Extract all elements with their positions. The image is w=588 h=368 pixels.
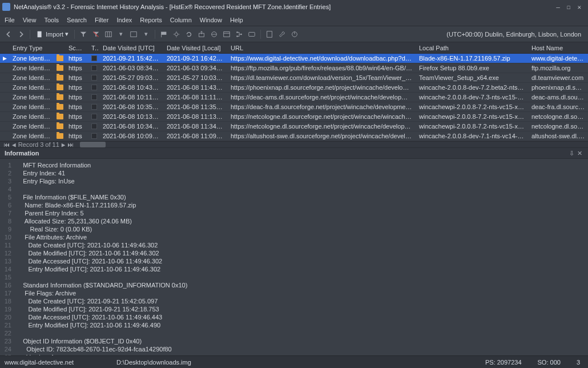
header-scheme[interactable]: Scheme xyxy=(65,45,88,51)
table-row[interactable]: Zone Identifierhttps2021-06-08 10:09:23.… xyxy=(0,131,588,141)
table-row[interactable]: Zone Identifierhttps2021-06-08 10:43:29.… xyxy=(0,83,588,93)
table-row[interactable]: Zone Identifierhttps2021-06-08 10:11:35.… xyxy=(0,93,588,102)
flag-icon[interactable] xyxy=(159,29,169,39)
header-local-path[interactable]: Local Path xyxy=(416,45,528,51)
status-count: 3 xyxy=(573,359,583,366)
tree-icon[interactable] xyxy=(234,29,244,39)
separator xyxy=(74,30,75,39)
menu-column[interactable]: Column xyxy=(170,17,192,23)
cell-scheme: https xyxy=(65,65,88,71)
close-button[interactable]: ✕ xyxy=(577,3,581,11)
hscroll-track[interactable] xyxy=(80,142,588,147)
info-text[interactable]: MFT Record Information Entry Index: 41 E… xyxy=(16,161,588,353)
back-button[interactable] xyxy=(3,29,14,39)
menu-search[interactable]: Search xyxy=(67,17,87,23)
header-date-local[interactable]: Date Visited [Local] xyxy=(163,45,227,51)
maximize-button[interactable]: ☐ xyxy=(567,3,571,11)
info-panel-header: Information ⇩ ✕ xyxy=(0,147,588,159)
cell-date-local: 2021-06-08 11:34:18.444 xyxy=(163,123,227,130)
wrench-icon[interactable] xyxy=(277,29,287,39)
menu-filter[interactable]: Filter xyxy=(95,17,108,23)
cell-url: https://deac-fra.dl.sourceforge.net/proj… xyxy=(227,103,416,110)
cell-host: dl.teamviewer.com xyxy=(528,74,588,81)
menu-reports[interactable]: Reports xyxy=(140,17,162,23)
separator xyxy=(155,30,155,39)
menu-help[interactable]: Help xyxy=(230,17,243,23)
cell-url: https://ftp.mozilla.org/pub/firefox/rele… xyxy=(227,65,416,71)
window-icon[interactable] xyxy=(221,29,232,39)
folder-icon xyxy=(55,104,65,110)
clear-filter-icon[interactable] xyxy=(91,29,101,39)
cell-date-utc: 2021-06-03 08:34:23.145 xyxy=(99,65,163,71)
card-icon[interactable] xyxy=(247,29,257,39)
forward-button[interactable] xyxy=(16,29,26,39)
folder-icon xyxy=(55,94,65,100)
cell-url: https://netcologne.dl.sourceforge.net/pr… xyxy=(227,123,416,130)
column-icon[interactable] xyxy=(103,29,114,39)
cell-host: deac-fra.dl.sourceforge… xyxy=(528,103,588,110)
pin-icon[interactable]: ⇩ xyxy=(567,150,575,157)
grid1-icon[interactable] xyxy=(128,29,139,39)
info-panel-body[interactable]: 1 2 3 4 5 6 7 8 9 10 11 12 13 14 15 16 1… xyxy=(0,159,588,355)
cell-tag[interactable] xyxy=(88,133,99,139)
close-panel-icon[interactable]: ✕ xyxy=(575,150,583,157)
cell-date-local: 2021-05-27 10:03:04.223 xyxy=(163,74,227,81)
table-row[interactable]: Zone Identifierhttps2021-06-08 10:13:38.… xyxy=(0,112,588,122)
grid-header: Entry Type Scheme Tag Date Visited [UTC]… xyxy=(0,42,588,54)
menu-tools[interactable]: Tools xyxy=(44,17,59,23)
script-icon[interactable] xyxy=(264,29,275,39)
cell-host: netcologne.dl.sourcefor… xyxy=(528,123,588,130)
table-row[interactable]: Zone Identifierhttps2021-06-08 10:35:00.… xyxy=(0,102,588,112)
svg-rect-6 xyxy=(162,31,167,34)
cell-tag[interactable] xyxy=(88,104,99,110)
grid-rows: ▶Zone Identifierhttps2021-09-21 15:42:05… xyxy=(0,54,588,141)
menu-file[interactable]: File xyxy=(5,17,15,23)
filter-icon[interactable] xyxy=(78,29,88,39)
cell-host: phoenixnap.dl.sourcefor… xyxy=(528,84,588,91)
export-icon[interactable] xyxy=(196,29,207,39)
cell-date-utc: 2021-06-08 10:11:35.635 xyxy=(99,94,163,101)
timezone-label[interactable]: (UTC+00:00) Dublin, Edinburgh, Lisbon, L… xyxy=(446,31,585,38)
table-row[interactable]: ▶Zone Identifierhttps2021-09-21 15:42:05… xyxy=(0,54,588,63)
header-url[interactable]: URL xyxy=(227,45,416,51)
table-row[interactable]: Zone Identifierhttps2021-06-08 10:34:18.… xyxy=(0,122,588,131)
cell-tag[interactable] xyxy=(88,85,99,90)
cell-scheme: https xyxy=(65,123,88,130)
menu-window[interactable]: Window xyxy=(200,17,222,23)
svg-rect-2 xyxy=(106,31,112,37)
grid-footer: ⏮ ◀ Record 3 of 11 ▶ ⏭ xyxy=(0,141,588,147)
minimize-button[interactable]: ― xyxy=(556,3,560,11)
cell-url: https://dl.teamviewer.com/download/versi… xyxy=(227,74,416,81)
table-row[interactable]: Zone Identifierhttps2021-05-27 09:03:04.… xyxy=(0,73,588,83)
cell-tag[interactable] xyxy=(88,65,99,71)
record-navigator[interactable]: ⏮ ◀ Record 3 of 11 ▶ ⏭ xyxy=(0,142,80,147)
header-host[interactable]: Host Name xyxy=(528,45,588,51)
folder-icon xyxy=(55,75,65,81)
status-bar: www.digital-detective.net D:\Desktop\dow… xyxy=(0,355,588,368)
header-entry-type[interactable]: Entry Type xyxy=(9,45,55,51)
cell-date-utc: 2021-06-08 10:09:23.851 xyxy=(99,133,163,139)
refresh-icon[interactable] xyxy=(184,29,194,39)
menu-index[interactable]: Index xyxy=(116,17,132,23)
table-row[interactable]: Zone Identifierhttps2021-06-03 08:34:23.… xyxy=(0,63,588,73)
dropdown2-icon[interactable]: ▾ xyxy=(141,29,151,39)
cell-tag[interactable] xyxy=(88,55,99,61)
separator xyxy=(260,30,261,39)
status-image-path: D:\Desktop\downloads.img xyxy=(116,359,473,366)
cell-tag[interactable] xyxy=(88,114,99,119)
power-icon[interactable] xyxy=(289,29,300,39)
hscroll-thumb[interactable] xyxy=(80,142,106,147)
cell-tag[interactable] xyxy=(88,123,99,129)
cell-local-path: Firefox Setup 88.0b9.exe xyxy=(416,65,528,71)
cell-local-path: TeamViewer_Setup_x64.exe xyxy=(416,74,528,81)
import-button[interactable]: Import ▾ xyxy=(34,30,71,38)
browser-icon[interactable] xyxy=(209,29,219,39)
dropdown1-icon[interactable]: ▾ xyxy=(116,29,126,39)
menu-view[interactable]: View xyxy=(23,17,37,23)
header-tag[interactable]: Tag xyxy=(88,45,99,51)
cell-url: https://phoenixnap.dl.sourceforge.net/pr… xyxy=(227,84,416,91)
header-date-utc[interactable]: Date Visited [UTC] xyxy=(99,45,163,51)
cell-tag[interactable] xyxy=(88,75,99,81)
gear-icon[interactable] xyxy=(171,29,182,39)
cell-tag[interactable] xyxy=(88,94,99,100)
